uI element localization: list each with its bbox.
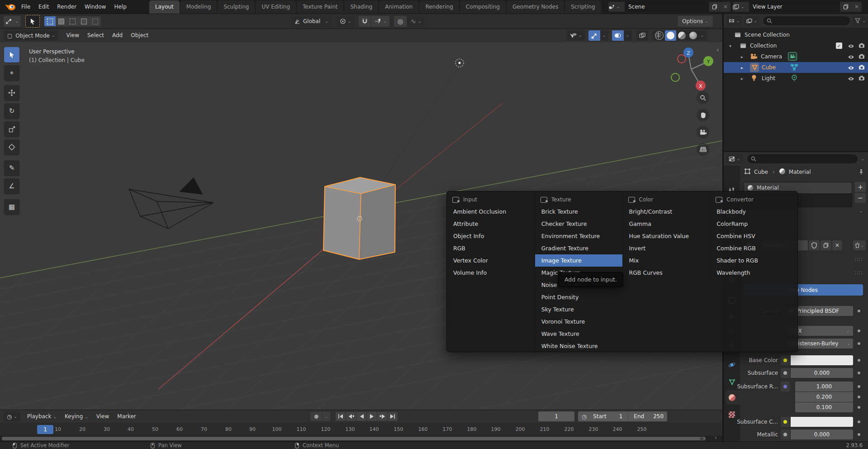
workspace-tab-texture-paint[interactable]: Texture Paint — [297, 0, 343, 14]
pan-view-button[interactable] — [697, 109, 709, 121]
expand-icon[interactable]: ▸ — [741, 76, 743, 81]
outliner-row-camera[interactable]: ▸ Camera — [724, 51, 868, 62]
tool-transform[interactable] — [4, 139, 19, 155]
menu-item[interactable]: White Noise Texture — [535, 340, 622, 352]
subsurface-color-socket[interactable] — [781, 417, 790, 427]
menu-item[interactable]: Combine RGB — [710, 242, 797, 254]
subsurface-value-field[interactable]: 0.000 — [791, 368, 853, 378]
jump-next-keyframe-button[interactable] — [377, 412, 387, 421]
workspace-tab-sculpting[interactable]: Sculpting — [218, 0, 255, 14]
menu-item[interactable]: Object Info — [447, 230, 535, 242]
selectability-visibility-dropdown[interactable]: ⌄ — [567, 30, 585, 41]
select-mode-intersect-button[interactable] — [90, 16, 101, 26]
scrollbar-zoom-handle[interactable] — [700, 437, 703, 440]
timeline-menu-keying[interactable]: Keying⌄ — [61, 410, 92, 423]
auto-keying-toggle[interactable] — [310, 412, 322, 421]
menu-item[interactable]: Gamma — [623, 218, 710, 230]
expand-icon[interactable]: ▸ — [741, 54, 743, 59]
pivot-point-dropdown[interactable]: ⌄ — [337, 16, 355, 27]
gizmos-dropdown[interactable]: ⌄ — [600, 30, 608, 41]
hide-eye-icon[interactable] — [848, 76, 854, 82]
workspace-tab-uv-editing[interactable]: UV Editing — [256, 0, 296, 14]
select-mode-box-button[interactable] — [44, 16, 56, 26]
scene-name-field[interactable]: Scene — [625, 2, 709, 12]
menu-item[interactable]: Shader to RGB — [710, 254, 797, 267]
material-specials-button[interactable]: ⌄ — [853, 240, 866, 250]
menu-item[interactable]: Hue Saturation Value — [623, 230, 710, 242]
jump-prev-keyframe-button[interactable] — [346, 412, 356, 421]
hide-eye-icon[interactable] — [848, 54, 854, 61]
menu-render[interactable]: Render — [53, 0, 81, 14]
viewport-menu-object[interactable]: Object — [127, 29, 152, 42]
base-color-socket[interactable] — [781, 355, 790, 365]
workspace-tab-rendering[interactable]: Rendering — [419, 0, 459, 14]
disable-render-camera-icon[interactable] — [859, 54, 865, 60]
menu-item[interactable]: Ambient Occlusion — [447, 205, 535, 218]
menu-item[interactable]: ColorRamp — [710, 218, 797, 230]
view-layer-name-field[interactable]: View Layer — [749, 2, 840, 12]
preview-panel-grip[interactable]: ∷∷ — [855, 256, 863, 263]
outliner-filter-dropdown[interactable]: ⌄ — [853, 16, 868, 26]
tool-annotate[interactable]: ✎ — [4, 160, 19, 176]
tool-add-cube[interactable]: ▦ — [4, 199, 19, 215]
workspace-tab-geometry-nodes[interactable]: Geometry Nodes — [507, 0, 564, 14]
camera-view-button[interactable] — [697, 126, 709, 139]
menu-item[interactable]: Invert — [623, 242, 710, 254]
breadcrumb-object[interactable]: Cube — [754, 169, 768, 175]
workspace-tab-shading[interactable]: Shading — [344, 0, 378, 14]
outliner-row-collection[interactable]: ▾ Collection ✓ — [724, 40, 868, 51]
menu-item-highlighted[interactable]: Image Texture — [535, 254, 622, 267]
disable-render-camera-icon[interactable] — [859, 65, 865, 71]
animate-decorator[interactable] — [858, 342, 860, 345]
properties-search-input[interactable] — [747, 154, 858, 163]
timeline-scrollbar[interactable] — [2, 437, 706, 440]
playhead-frame-chip[interactable]: 1 — [37, 425, 53, 434]
workspace-tab-animation[interactable]: Animation — [379, 0, 418, 14]
workspace-tab-scripting[interactable]: Scripting — [565, 0, 601, 14]
hide-eye-icon[interactable] — [848, 65, 854, 72]
outliner-row-scene-collection[interactable]: Scene Collection — [724, 29, 868, 40]
jump-to-start-button[interactable] — [336, 412, 346, 421]
menu-edit[interactable]: Edit — [34, 0, 53, 14]
unlink-material-button[interactable]: ✕ — [832, 240, 842, 250]
outliner-row-light[interactable]: ▸ Light — [724, 73, 868, 84]
workspace-tab-layout[interactable]: Layout — [149, 0, 180, 14]
viewport-menu-add[interactable]: Add — [108, 29, 127, 42]
select-mode-subtract-button[interactable] — [67, 16, 78, 26]
snap-toggle[interactable] — [359, 16, 371, 27]
tool-move[interactable] — [4, 85, 19, 100]
menu-item[interactable]: Gradient Texture — [535, 242, 622, 254]
tab-texture[interactable] — [727, 410, 736, 419]
menu-item[interactable]: Checker Texture — [535, 218, 622, 230]
timeline-menu-playback[interactable]: Playback⌄ — [23, 410, 61, 423]
menu-item[interactable]: Attribute — [447, 218, 535, 230]
outliner-row-cube[interactable]: ▸ Cube — [724, 62, 868, 73]
menu-help[interactable]: Help — [110, 0, 130, 14]
menu-item[interactable]: Combine HSV — [710, 230, 797, 242]
select-mode-extend-button[interactable] — [56, 16, 67, 26]
animate-decorator[interactable] — [858, 385, 860, 388]
use-preview-range-toggle[interactable]: ◷ — [582, 413, 587, 420]
animate-decorator[interactable] — [858, 406, 860, 409]
viewport-menu-select[interactable]: Select — [83, 29, 108, 42]
xray-toggle[interactable] — [636, 30, 648, 41]
subsurface-color-swatch[interactable] — [791, 417, 853, 427]
workspace-tab-modeling[interactable]: Modeling — [180, 0, 217, 14]
snap-settings-dropdown[interactable]: ⌄ — [371, 16, 389, 27]
animate-decorator[interactable] — [858, 359, 860, 362]
animate-decorator[interactable] — [858, 330, 860, 332]
gizmos-toggle[interactable] — [588, 30, 600, 41]
properties-options-caret[interactable]: ⌄ — [861, 157, 865, 161]
collection-checkbox[interactable]: ✓ — [836, 43, 842, 49]
menu-item[interactable]: Wavelength — [710, 267, 797, 279]
metallic-socket[interactable] — [781, 430, 790, 439]
outliner-display-mode-dropdown[interactable]: ⌄ — [726, 16, 742, 26]
surface-panel-grip[interactable]: ∷∷ — [855, 270, 863, 276]
menu-file[interactable]: File — [17, 0, 34, 14]
blender-logo-icon[interactable] — [5, 2, 16, 13]
breadcrumb-data[interactable]: Material — [789, 169, 811, 175]
tool-cursor[interactable]: ⌖ — [4, 65, 19, 81]
metallic-value-field[interactable]: 0.000 — [791, 430, 853, 439]
keying-set-dropdown[interactable]: ⌄ — [323, 412, 330, 421]
tool-scale[interactable] — [4, 121, 19, 137]
